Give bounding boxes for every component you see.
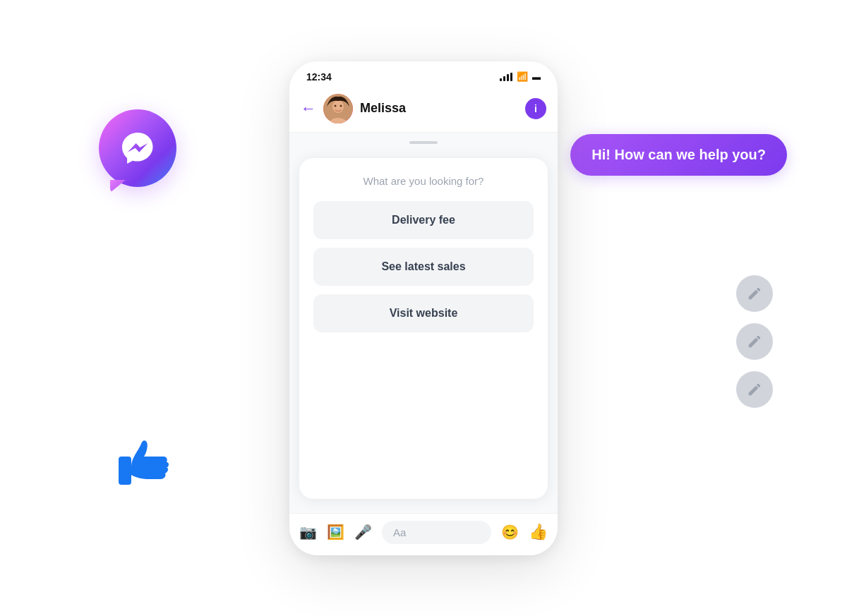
battery-icon: ▬	[532, 72, 541, 82]
status-icons: 📶 ▬	[500, 71, 541, 82]
info-button[interactable]: i	[525, 98, 546, 119]
edit-buttons-container	[736, 275, 773, 408]
drag-indicator	[409, 141, 438, 144]
message-input[interactable]: Aa	[382, 521, 491, 544]
signal-bars-icon	[500, 73, 512, 81]
quick-reply-visit-website[interactable]: Visit website	[313, 294, 534, 332]
back-button[interactable]: ←	[301, 99, 316, 118]
chat-area: What are you looking for? Delivery fee S…	[289, 133, 558, 513]
hi-bubble-text: Hi! How can we help you?	[591, 147, 766, 162]
emoji-icon[interactable]: 😊	[501, 524, 519, 540]
chat-header: ← Melissa i	[289, 88, 558, 133]
status-time: 12:34	[306, 71, 332, 83]
mic-icon[interactable]: 🎤	[354, 524, 372, 540]
status-bar: 12:34 📶 ▬	[289, 61, 558, 88]
card-question: What are you looking for?	[313, 175, 534, 187]
edit-button-2[interactable]	[736, 323, 773, 360]
input-placeholder: Aa	[393, 526, 406, 538]
wifi-icon: 📶	[517, 71, 528, 82]
phone-mockup: 12:34 📶 ▬ ←	[289, 61, 558, 555]
messenger-icon	[99, 109, 176, 187]
svg-point-4	[335, 104, 337, 107]
scene: Hi! How can we help you? 12:34 📶	[0, 0, 847, 616]
quick-reply-latest-sales[interactable]: See latest sales	[313, 248, 534, 286]
quick-reply-delivery-fee[interactable]: Delivery fee	[313, 201, 534, 239]
edit-button-3[interactable]	[736, 371, 773, 408]
like-icon[interactable]: 👍	[529, 523, 548, 541]
svg-point-5	[340, 104, 342, 107]
edit-button-1[interactable]	[736, 275, 773, 312]
contact-name: Melissa	[360, 101, 525, 116]
quick-reply-card: What are you looking for? Delivery fee S…	[299, 158, 548, 499]
hi-bubble: Hi! How can we help you?	[570, 134, 787, 176]
input-bar: 📷 🖼️ 🎤 Aa 😊 👍	[289, 513, 558, 555]
camera-icon[interactable]: 📷	[299, 524, 317, 540]
svg-rect-0	[119, 457, 131, 485]
photo-icon[interactable]: 🖼️	[327, 524, 344, 540]
thumbs-up-icon	[113, 430, 176, 507]
avatar	[323, 94, 353, 123]
